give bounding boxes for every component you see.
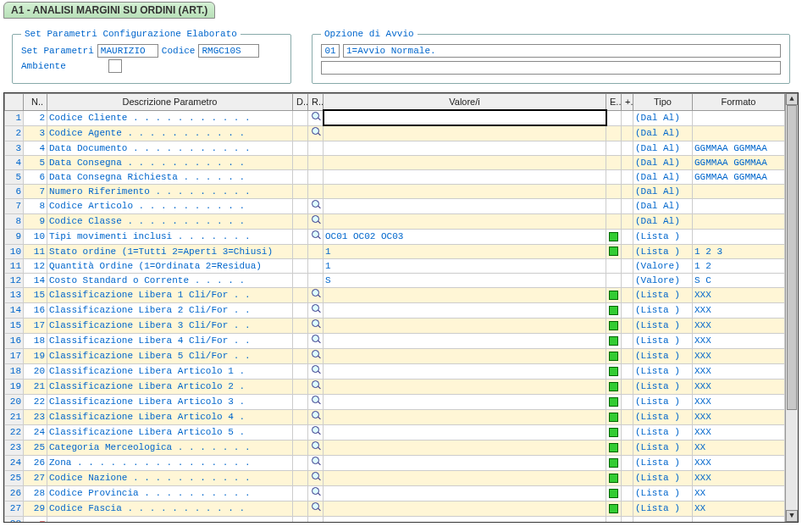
value-input[interactable] [324, 111, 606, 125]
row-e-cell[interactable] [606, 244, 622, 258]
table-row[interactable]: 2527Codice Nazione . . . . . . . . . . .… [5, 470, 785, 485]
row-index[interactable]: 16 [5, 333, 24, 348]
row-index[interactable]: 4 [5, 155, 24, 169]
col-header-r[interactable]: R.. [308, 94, 324, 111]
col-header-index[interactable] [5, 94, 24, 111]
row-lookup-cell[interactable] [308, 424, 324, 440]
col-header-desc[interactable]: Descrizione Parametro [47, 94, 293, 111]
list-indicator-icon[interactable] [609, 291, 618, 300]
search-icon[interactable] [310, 456, 322, 468]
row-value-cell[interactable] [324, 333, 606, 348]
list-indicator-icon[interactable] [609, 474, 618, 483]
col-header-n[interactable]: N.. [24, 94, 47, 111]
search-icon[interactable] [310, 334, 322, 346]
row-value-cell[interactable] [324, 318, 606, 333]
row-value-cell[interactable]: S [324, 273, 606, 287]
table-row[interactable]: 1618Classificazione Libera 4 Cli/For . .… [5, 333, 785, 348]
table-row[interactable]: 1820Classificazione Libera Articolo 1 .(… [5, 363, 785, 379]
vertical-scrollbar[interactable]: ▲ ▼ [785, 93, 798, 522]
row-index[interactable]: 25 [5, 470, 24, 485]
search-icon[interactable] [310, 349, 322, 361]
row-index[interactable]: 11 [5, 258, 24, 273]
row-e-cell[interactable] [606, 318, 622, 333]
row-value-cell[interactable] [324, 198, 606, 213]
row-value-cell[interactable] [324, 302, 606, 318]
row-index[interactable]: 18 [5, 363, 24, 379]
table-row[interactable]: 2426Zona . . . . . . . . . . . . . . . .… [5, 455, 785, 470]
row-index[interactable]: 5 [5, 169, 24, 184]
row-value-cell[interactable] [324, 287, 606, 302]
table-row[interactable]: 12Codice Cliente . . . . . . . . . . .(D… [5, 110, 785, 125]
row-index[interactable]: 8 [5, 213, 24, 229]
search-icon[interactable] [310, 303, 322, 315]
list-indicator-icon[interactable] [609, 247, 618, 256]
row-value-cell[interactable] [324, 516, 606, 522]
table-row[interactable]: 78Codice Articolo . . . . . . . . . .(Da… [5, 198, 785, 213]
list-indicator-icon[interactable] [609, 443, 618, 452]
row-value-cell[interactable] [324, 455, 606, 470]
codice-input[interactable] [198, 44, 259, 58]
search-icon[interactable] [310, 288, 322, 300]
list-indicator-icon[interactable] [609, 306, 618, 315]
row-value-cell[interactable] [324, 125, 606, 141]
row-value-cell[interactable] [324, 169, 606, 184]
search-icon[interactable] [310, 111, 322, 123]
row-index[interactable]: 9 [5, 229, 24, 244]
row-index[interactable]: 13 [5, 287, 24, 302]
list-indicator-icon[interactable] [609, 382, 618, 391]
table-row[interactable]: 2325Categoria Merceologica . . . . . . .… [5, 440, 785, 455]
row-index[interactable]: 12 [5, 273, 24, 287]
row-value-cell[interactable] [324, 379, 606, 394]
search-icon[interactable] [310, 199, 322, 211]
list-indicator-icon[interactable] [609, 504, 618, 513]
search-icon[interactable] [310, 319, 322, 330]
row-index[interactable]: 21 [5, 409, 24, 424]
table-row[interactable]: 1214Costo Standard o Corrente . . . . .S… [5, 273, 785, 287]
col-header-val[interactable]: Valore/i [324, 94, 606, 111]
row-e-cell[interactable] [606, 455, 622, 470]
row-index[interactable]: 24 [5, 455, 24, 470]
search-icon[interactable] [310, 410, 322, 422]
col-header-e[interactable]: E.. [606, 94, 622, 111]
row-index[interactable]: 20 [5, 394, 24, 409]
row-index[interactable]: 27 [5, 501, 24, 516]
list-indicator-icon[interactable] [609, 367, 618, 376]
opzione-text-input[interactable] [343, 44, 781, 58]
col-header-fmt[interactable]: Formato [693, 94, 785, 111]
search-icon[interactable] [310, 380, 322, 391]
list-indicator-icon[interactable] [609, 336, 618, 346]
row-index[interactable]: 23 [5, 440, 24, 455]
row-index[interactable]: 14 [5, 302, 24, 318]
row-e-cell[interactable] [606, 333, 622, 348]
row-lookup-cell[interactable] [308, 485, 324, 501]
list-indicator-icon[interactable] [609, 413, 618, 422]
row-lookup-cell[interactable] [308, 229, 324, 244]
table-row[interactable]: 2123Classificazione Libera Articolo 4 .(… [5, 409, 785, 424]
row-value-cell[interactable] [324, 394, 606, 409]
list-indicator-icon[interactable] [609, 232, 618, 241]
search-icon[interactable] [310, 502, 322, 513]
row-lookup-cell[interactable] [308, 213, 324, 229]
ambiente-checkbox[interactable] [108, 59, 122, 73]
row-lookup-cell[interactable] [308, 287, 324, 302]
row-e-cell[interactable] [606, 348, 622, 363]
row-index[interactable]: 19 [5, 379, 24, 394]
row-value-cell[interactable]: 1 [324, 258, 606, 273]
list-indicator-icon[interactable] [609, 321, 618, 330]
search-icon[interactable] [310, 425, 322, 437]
row-e-cell[interactable] [606, 470, 622, 485]
row-lookup-cell[interactable] [308, 318, 324, 333]
row-lookup-cell[interactable] [308, 348, 324, 363]
row-e-cell[interactable] [606, 440, 622, 455]
search-icon[interactable] [310, 230, 322, 241]
table-row[interactable]: 1921Classificazione Libera Articolo 2 .(… [5, 379, 785, 394]
search-icon[interactable] [310, 486, 322, 498]
row-lookup-cell[interactable] [308, 470, 324, 485]
table-row[interactable]: 45Data Consegna . . . . . . . . . . .(Da… [5, 155, 785, 169]
table-row[interactable]: 89Codice Classe . . . . . . . . . . .(Da… [5, 213, 785, 229]
table-row[interactable]: 34Data Documento . . . . . . . . . . .(D… [5, 141, 785, 155]
table-row[interactable]: 2224Classificazione Libera Articolo 5 .(… [5, 424, 785, 440]
row-index[interactable]: 2 [5, 125, 24, 141]
col-header-d[interactable]: D.. [293, 94, 308, 111]
row-value-cell[interactable] [324, 110, 606, 125]
